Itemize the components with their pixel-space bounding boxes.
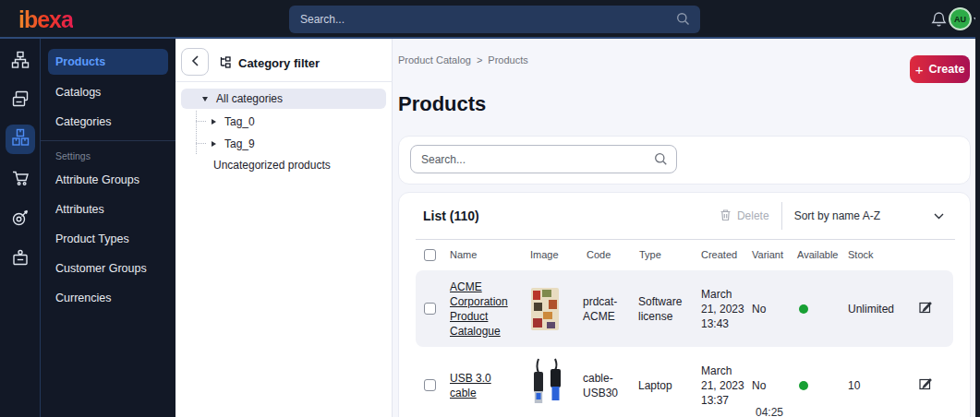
sidebar-item-catalogs[interactable]: Catalogs [55, 86, 101, 99]
rail-item-personalization[interactable] [6, 205, 35, 234]
category-tree-icon [219, 55, 232, 71]
icon-rail [0, 39, 41, 417]
breadcrumb-products[interactable]: Products [488, 54, 527, 66]
product-name-link[interactable]: USB 3.0 cable [450, 371, 513, 400]
page-title: Products [398, 92, 486, 116]
breadcrumb-separator: > [477, 54, 482, 66]
table-header: Name Image Code Type Created Variant Ava… [416, 239, 955, 270]
user-avatar[interactable]: AU [949, 7, 972, 30]
product-type: Laptop [638, 378, 694, 393]
rail-item-customers[interactable] [6, 244, 35, 274]
edit-icon [918, 380, 933, 394]
divider [781, 202, 782, 230]
badge-icon [11, 248, 30, 270]
tree-guide-line [196, 143, 206, 144]
column-header-type: Type [639, 239, 661, 270]
chevron-down-icon [934, 209, 944, 222]
pages-icon [11, 89, 30, 112]
caret-right-icon[interactable] [212, 119, 216, 125]
product-search-input[interactable] [410, 145, 677, 173]
plus-icon: + [915, 63, 924, 77]
tree-guide-line [196, 111, 197, 154]
column-header-stock: Stock [848, 239, 874, 270]
product-type: Software license [638, 294, 694, 324]
sidebar-item-product-types[interactable]: Product Types [55, 232, 129, 245]
sidebar-item-customer-groups[interactable]: Customer Groups [55, 262, 147, 275]
sitemap-icon [11, 51, 30, 73]
create-button[interactable]: + Create [910, 55, 970, 83]
notifications-bell-icon[interactable] [931, 11, 947, 31]
sidebar-divider [41, 140, 175, 141]
row-checkbox[interactable] [424, 379, 436, 391]
product-code: cable-USB30 [583, 371, 636, 400]
sidebar-section-settings: Settings [55, 150, 91, 161]
category-filter-panel: Category filter All categories Tag_0 Tag… [175, 39, 393, 417]
table-row: USB 3.0 cable cable-U [416, 347, 953, 417]
list-title: List (110) [423, 193, 479, 239]
rail-item-pages[interactable] [6, 86, 35, 115]
panel-divider [175, 81, 393, 82]
created-date: March 21, 2023 13:37 [701, 363, 745, 408]
tree-item-uncategorized[interactable]: Uncategorized products [213, 159, 331, 172]
variant-value: No [752, 379, 766, 392]
column-header-available: Available [797, 239, 838, 270]
category-filter-title: Category filter [219, 55, 320, 71]
edit-button[interactable] [918, 376, 933, 394]
available-status-dot [799, 304, 808, 314]
collapse-panel-button[interactable] [181, 48, 209, 76]
breadcrumb: Product Catalog > Products [398, 54, 528, 66]
sidebar-item-products[interactable]: Products [48, 49, 168, 75]
product-image [527, 358, 566, 412]
global-search-input[interactable] [289, 6, 700, 33]
select-all-checkbox[interactable] [424, 249, 436, 261]
sort-dropdown[interactable]: Sort by name A-Z [794, 209, 944, 222]
product-boxes-icon [11, 128, 30, 150]
column-header-created: Created [701, 239, 737, 270]
product-name-link[interactable]: ACME Corporation Product Catalogue [450, 280, 513, 339]
stock-value: Unlimited [848, 303, 894, 316]
caret-down-icon[interactable] [202, 97, 208, 101]
product-list-card: List (110) Delete Sort by name A-Z [398, 192, 971, 417]
tree-item-tag-0[interactable]: Tag_0 [212, 115, 255, 128]
filter-search-card [398, 136, 971, 185]
target-icon [11, 208, 30, 231]
chevron-left-icon [191, 55, 200, 69]
ibexa-logo[interactable]: ibexa [18, 6, 73, 33]
rail-item-content-tree[interactable] [6, 47, 35, 77]
delete-button[interactable]: Delete [720, 208, 769, 224]
caret-right-icon[interactable] [212, 141, 216, 147]
main-content: Product Catalog > Products + Create Prod… [393, 39, 975, 417]
search-icon[interactable] [676, 12, 690, 30]
sidebar-item-attribute-groups[interactable]: Attribute Groups [55, 173, 139, 186]
edit-button[interactable] [918, 300, 933, 317]
table-row: ACME Corporation Product Catalogue prdca… [416, 270, 953, 347]
app-window: ibexa AU [0, 0, 980, 417]
tree-guide-line [196, 121, 206, 122]
list-actions: Delete Sort by name A-Z [720, 193, 944, 239]
column-header-variant: Variant [752, 239, 783, 270]
sidebar-item-attributes[interactable]: Attributes [55, 203, 104, 216]
column-header-name: Name [450, 239, 477, 270]
sidebar-item-currencies[interactable]: Currencies [55, 292, 111, 304]
sidebar-item-categories[interactable]: Categories [55, 115, 111, 128]
stock-value: 10 [848, 379, 860, 392]
column-header-image: Image [530, 239, 559, 270]
product-code: prdcat-ACME [583, 294, 636, 324]
tree-item-tag-9[interactable]: Tag_9 [212, 137, 255, 150]
partial-row-text: 04:25 [756, 406, 783, 417]
rail-item-cart[interactable] [6, 165, 35, 195]
rail-item-products[interactable] [6, 125, 35, 154]
sidebar-menu: Products Catalogs Categories Settings At… [41, 39, 175, 417]
window-edge-strip [975, 0, 980, 417]
cart-icon [11, 169, 30, 191]
row-checkbox[interactable] [424, 303, 436, 315]
edit-icon [918, 304, 933, 317]
product-image [531, 288, 559, 330]
tree-item-all-categories[interactable]: All categories [181, 89, 386, 109]
search-icon[interactable] [654, 152, 668, 170]
variant-value: No [752, 303, 766, 316]
trash-icon [720, 208, 732, 224]
created-date: March 21, 2023 13:43 [701, 287, 745, 331]
available-status-dot [799, 381, 808, 390]
breadcrumb-product-catalog[interactable]: Product Catalog [398, 54, 471, 66]
